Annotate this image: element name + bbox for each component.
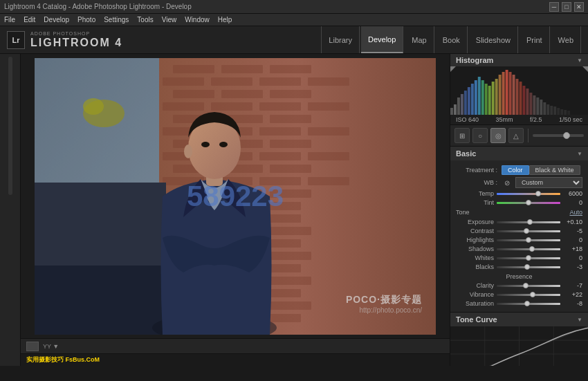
histogram-arrow[interactable]: ▼	[577, 57, 582, 64]
menu-edit[interactable]: Edit	[24, 16, 35, 24]
svg-rect-7	[211, 77, 252, 86]
menu-tools[interactable]: Tools	[137, 16, 153, 24]
maximize-button[interactable]: □	[562, 2, 571, 12]
filmstrip-icon[interactable]	[26, 342, 39, 351]
title-bar: Lightroom 4 Catalog - Adobe Photoshop Li…	[0, 0, 588, 14]
filmstrip-label[interactable]: YY ▼	[43, 343, 59, 350]
tab-print[interactable]: Print	[520, 26, 550, 53]
tab-book[interactable]: Book	[436, 26, 468, 53]
saturation-thumb[interactable]	[524, 301, 530, 306]
clarity-row: Clarity -7	[456, 282, 582, 289]
tint-thumb[interactable]	[526, 200, 531, 205]
svg-rect-101	[516, 79, 519, 115]
shadows-slider[interactable]	[497, 248, 560, 250]
tab-map[interactable]: Map	[405, 26, 434, 53]
svg-rect-37	[308, 177, 349, 185]
svg-rect-105	[529, 93, 532, 115]
vibrance-thumb[interactable]	[530, 292, 535, 297]
highlights-slider[interactable]	[497, 239, 560, 241]
blacks-thumb[interactable]	[524, 264, 530, 270]
svg-rect-6	[163, 77, 204, 86]
iso-value: ISO 640	[456, 116, 479, 123]
blacks-slider[interactable]	[497, 266, 560, 268]
highlights-thumb[interactable]	[526, 237, 531, 243]
vibrance-slider[interactable]	[497, 294, 560, 296]
svg-marker-118	[582, 66, 588, 72]
temp-slider[interactable]	[497, 193, 560, 195]
bw-btn[interactable]: Black & White	[529, 165, 580, 175]
contrast-thumb[interactable]	[524, 228, 529, 234]
tone-curve-header[interactable]: Tone Curve ▼	[450, 313, 588, 326]
svg-rect-104	[526, 89, 529, 115]
wb-select[interactable]: Custom As Shot Auto Daylight	[515, 177, 582, 188]
close-button[interactable]: ✕	[574, 2, 584, 12]
svg-rect-108	[540, 100, 542, 115]
exposure-label: Exposure	[456, 219, 494, 225]
svg-rect-90	[478, 77, 481, 115]
clarity-thumb[interactable]	[523, 283, 529, 288]
menu-develop[interactable]: Develop	[44, 16, 69, 24]
svg-rect-88	[471, 84, 474, 115]
tint-slider[interactable]	[497, 202, 560, 204]
svg-point-79	[201, 142, 210, 147]
svg-rect-95	[495, 79, 498, 115]
svg-rect-19	[270, 115, 311, 123]
svg-point-74	[83, 98, 104, 115]
tool-slider-thumb[interactable]	[563, 132, 570, 139]
shadows-thumb[interactable]	[529, 246, 535, 252]
menu-settings[interactable]: Settings	[104, 16, 129, 24]
color-btn[interactable]: Color	[502, 165, 529, 175]
menu-window[interactable]: Window	[185, 16, 210, 24]
menu-file[interactable]: File	[4, 16, 15, 24]
tab-web[interactable]: Web	[551, 26, 581, 53]
saturation-slider[interactable]	[497, 303, 560, 305]
crop-tool[interactable]: ⊞	[454, 128, 470, 143]
menu-photo[interactable]: Photo	[77, 16, 95, 24]
left-panel-toggle[interactable]	[8, 57, 12, 195]
svg-rect-10	[173, 90, 214, 98]
whites-label: Whites	[456, 254, 494, 261]
auto-btn[interactable]: Auto	[569, 209, 582, 216]
exposure-slider[interactable]	[497, 221, 560, 223]
tone-auto-row: Tone Auto	[456, 209, 582, 216]
svg-rect-26	[270, 140, 311, 148]
presence-label: Presence	[456, 273, 582, 280]
lr-badge: Lr	[7, 31, 25, 49]
menu-help[interactable]: Help	[218, 16, 232, 24]
svg-rect-22	[259, 127, 301, 136]
brush-tool[interactable]: △	[508, 128, 524, 143]
basic-section-header[interactable]: Basic ▼	[450, 147, 588, 160]
main-area: 589223 POCO·摄影专题 http://photo.poco.cn/ Y…	[0, 54, 588, 366]
redeye-tool[interactable]: ◎	[490, 128, 506, 143]
svg-rect-111	[550, 106, 553, 115]
temp-thumb[interactable]	[535, 191, 541, 196]
svg-rect-23	[308, 127, 349, 136]
menu-view[interactable]: View	[162, 16, 177, 24]
tool-slider[interactable]	[533, 134, 584, 137]
tool-separator-1	[528, 129, 529, 142]
svg-point-81	[184, 145, 192, 158]
tool-strip: ⊞ ○ ◎ △	[450, 125, 588, 147]
whites-thumb[interactable]	[526, 255, 531, 261]
menu-bar: File Edit Develop Photo Settings Tools V…	[0, 14, 588, 26]
tab-library[interactable]: Library	[321, 26, 360, 53]
clarity-slider[interactable]	[497, 285, 560, 287]
minimize-button[interactable]: ─	[549, 2, 559, 12]
highlights-row: Highlights 0	[456, 236, 582, 243]
contrast-slider[interactable]	[497, 230, 560, 232]
svg-rect-55	[270, 252, 311, 260]
blacks-label: Blacks	[456, 263, 494, 270]
svg-rect-12	[270, 90, 311, 98]
center-area: 589223 POCO·摄影专题 http://photo.poco.cn/ Y…	[21, 54, 450, 366]
svg-rect-85	[461, 94, 463, 115]
whites-slider[interactable]	[497, 257, 560, 259]
tab-slideshow[interactable]: Slideshow	[469, 26, 518, 53]
exposure-thumb[interactable]	[527, 219, 533, 225]
spot-removal-tool[interactable]: ○	[472, 128, 488, 143]
lightroom-text: LIGHTROOM 4	[30, 37, 122, 49]
right-panel: Histogram ▼	[450, 54, 588, 366]
eyedropper-icon[interactable]: ⊘	[502, 177, 513, 188]
logo-text: ADOBE PHOTOSHOP LIGHTROOM 4	[30, 31, 122, 48]
tab-develop[interactable]: Develop	[361, 26, 403, 53]
histogram-canvas	[450, 66, 588, 115]
